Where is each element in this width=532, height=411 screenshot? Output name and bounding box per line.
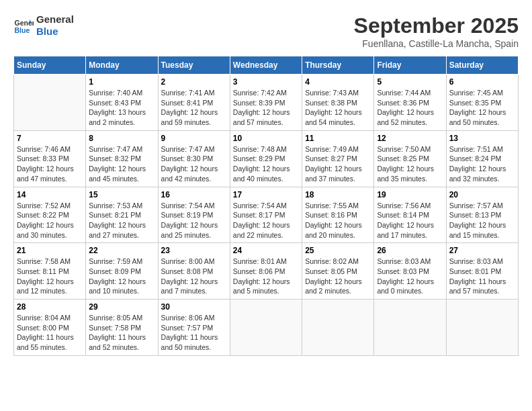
day-number: 16	[161, 190, 227, 199]
calendar-cell: 18Sunrise: 7:55 AMSunset: 8:16 PMDayligh…	[302, 187, 374, 243]
day-number: 13	[449, 134, 515, 143]
day-info: Sunrise: 7:54 AMSunset: 8:19 PMDaylight:…	[161, 201, 227, 240]
logo-general: General	[36, 13, 74, 26]
day-number: 8	[89, 134, 154, 143]
day-info: Sunrise: 7:42 AMSunset: 8:39 PMDaylight:…	[233, 88, 299, 128]
day-info: Sunrise: 7:45 AMSunset: 8:35 PMDaylight:…	[449, 88, 515, 128]
day-info: Sunrise: 8:03 AMSunset: 8:01 PMDaylight:…	[449, 257, 515, 296]
calendar-cell: 13Sunrise: 7:51 AMSunset: 8:24 PMDayligh…	[446, 130, 518, 187]
day-number: 28	[17, 302, 83, 312]
calendar-cell: 20Sunrise: 7:57 AMSunset: 8:13 PMDayligh…	[446, 187, 518, 243]
calendar-cell	[374, 300, 446, 356]
calendar-week-2: 7Sunrise: 7:46 AMSunset: 8:33 PMDaylight…	[14, 130, 519, 187]
day-info: Sunrise: 7:55 AMSunset: 8:16 PMDaylight:…	[305, 201, 371, 240]
calendar-cell: 11Sunrise: 7:49 AMSunset: 8:27 PMDayligh…	[302, 130, 374, 187]
calendar-cell: 1Sunrise: 7:40 AMSunset: 8:43 PMDaylight…	[86, 75, 158, 131]
calendar-cell: 2Sunrise: 7:41 AMSunset: 8:41 PMDaylight…	[158, 75, 230, 131]
calendar-table: SundayMondayTuesdayWednesdayThursdayFrid…	[13, 56, 519, 356]
calendar-cell: 5Sunrise: 7:44 AMSunset: 8:36 PMDaylight…	[374, 75, 446, 131]
day-number: 24	[233, 246, 299, 255]
day-number: 14	[17, 190, 83, 199]
day-info: Sunrise: 8:01 AMSunset: 8:06 PMDaylight:…	[233, 257, 299, 296]
day-number: 25	[305, 246, 371, 255]
calendar-cell: 6Sunrise: 7:45 AMSunset: 8:35 PMDaylight…	[446, 75, 518, 131]
logo-blue: Blue	[36, 26, 74, 38]
weekday-header-sunday: Sunday	[14, 56, 86, 75]
day-info: Sunrise: 8:06 AMSunset: 7:57 PMDaylight:…	[161, 313, 227, 353]
day-number: 2	[161, 77, 227, 87]
logo-icon: General Blue	[13, 15, 34, 36]
calendar-cell: 8Sunrise: 7:47 AMSunset: 8:32 PMDaylight…	[86, 130, 158, 187]
day-number: 11	[305, 134, 371, 143]
svg-text:Blue: Blue	[15, 26, 30, 34]
day-info: Sunrise: 7:51 AMSunset: 8:24 PMDaylight:…	[449, 144, 515, 184]
calendar-cell: 21Sunrise: 7:58 AMSunset: 8:11 PMDayligh…	[14, 243, 86, 300]
day-number: 1	[89, 77, 154, 87]
day-info: Sunrise: 7:59 AMSunset: 8:09 PMDaylight:…	[89, 257, 154, 296]
calendar-week-4: 21Sunrise: 7:58 AMSunset: 8:11 PMDayligh…	[14, 243, 519, 300]
calendar-week-3: 14Sunrise: 7:52 AMSunset: 8:22 PMDayligh…	[14, 187, 519, 243]
calendar-cell: 14Sunrise: 7:52 AMSunset: 8:22 PMDayligh…	[14, 187, 86, 243]
calendar-cell: 27Sunrise: 8:03 AMSunset: 8:01 PMDayligh…	[446, 243, 518, 300]
day-info: Sunrise: 7:48 AMSunset: 8:29 PMDaylight:…	[233, 144, 299, 184]
day-number: 10	[233, 134, 299, 143]
day-number: 30	[161, 302, 227, 312]
day-number: 4	[305, 77, 371, 87]
day-info: Sunrise: 8:00 AMSunset: 8:08 PMDaylight:…	[161, 257, 227, 296]
day-number: 26	[377, 246, 443, 255]
day-number: 29	[89, 302, 154, 312]
calendar-cell	[230, 300, 302, 356]
calendar-cell: 10Sunrise: 7:48 AMSunset: 8:29 PMDayligh…	[230, 130, 302, 187]
page-header: General Blue General Blue September 2025…	[13, 13, 519, 49]
calendar-cell: 17Sunrise: 7:54 AMSunset: 8:17 PMDayligh…	[230, 187, 302, 243]
day-number: 15	[89, 190, 154, 199]
calendar-cell: 4Sunrise: 7:43 AMSunset: 8:38 PMDaylight…	[302, 75, 374, 131]
day-info: Sunrise: 8:04 AMSunset: 8:00 PMDaylight:…	[17, 313, 83, 353]
calendar-cell: 16Sunrise: 7:54 AMSunset: 8:19 PMDayligh…	[158, 187, 230, 243]
calendar-cell: 22Sunrise: 7:59 AMSunset: 8:09 PMDayligh…	[86, 243, 158, 300]
day-number: 7	[17, 134, 83, 143]
day-info: Sunrise: 7:41 AMSunset: 8:41 PMDaylight:…	[161, 88, 227, 128]
day-number: 18	[305, 190, 371, 199]
calendar-body: 1Sunrise: 7:40 AMSunset: 8:43 PMDaylight…	[14, 75, 519, 356]
calendar-cell	[446, 300, 518, 356]
calendar-cell	[302, 300, 374, 356]
day-info: Sunrise: 7:50 AMSunset: 8:25 PMDaylight:…	[377, 144, 443, 184]
location-subtitle: Fuenllana, Castille-La Mancha, Spain	[354, 38, 519, 49]
weekday-header-tuesday: Tuesday	[158, 56, 230, 75]
day-info: Sunrise: 7:47 AMSunset: 8:30 PMDaylight:…	[161, 144, 227, 184]
title-block: September 2025 Fuenllana, Castille-La Ma…	[354, 13, 519, 49]
calendar-cell: 9Sunrise: 7:47 AMSunset: 8:30 PMDaylight…	[158, 130, 230, 187]
day-number: 22	[89, 246, 154, 255]
calendar-cell: 12Sunrise: 7:50 AMSunset: 8:25 PMDayligh…	[374, 130, 446, 187]
month-title: September 2025	[354, 13, 519, 38]
day-info: Sunrise: 8:05 AMSunset: 7:58 PMDaylight:…	[89, 313, 154, 353]
day-info: Sunrise: 7:54 AMSunset: 8:17 PMDaylight:…	[233, 201, 299, 240]
day-number: 12	[377, 134, 443, 143]
calendar-cell: 30Sunrise: 8:06 AMSunset: 7:57 PMDayligh…	[158, 300, 230, 356]
calendar-cell: 15Sunrise: 7:53 AMSunset: 8:21 PMDayligh…	[86, 187, 158, 243]
day-number: 19	[377, 190, 443, 199]
weekday-header-wednesday: Wednesday	[230, 56, 302, 75]
day-info: Sunrise: 7:40 AMSunset: 8:43 PMDaylight:…	[89, 88, 154, 128]
day-number: 21	[17, 246, 83, 255]
day-info: Sunrise: 7:57 AMSunset: 8:13 PMDaylight:…	[449, 201, 515, 240]
day-info: Sunrise: 7:46 AMSunset: 8:33 PMDaylight:…	[17, 144, 83, 184]
day-number: 9	[161, 134, 227, 143]
calendar-cell: 25Sunrise: 8:02 AMSunset: 8:05 PMDayligh…	[302, 243, 374, 300]
calendar-cell: 29Sunrise: 8:05 AMSunset: 7:58 PMDayligh…	[86, 300, 158, 356]
day-info: Sunrise: 7:49 AMSunset: 8:27 PMDaylight:…	[305, 144, 371, 184]
day-number: 23	[161, 246, 227, 255]
calendar-cell	[14, 75, 86, 131]
day-number: 5	[377, 77, 443, 87]
weekday-header-thursday: Thursday	[302, 56, 374, 75]
calendar-cell: 26Sunrise: 8:03 AMSunset: 8:03 PMDayligh…	[374, 243, 446, 300]
calendar-cell: 19Sunrise: 7:56 AMSunset: 8:14 PMDayligh…	[374, 187, 446, 243]
weekday-header-monday: Monday	[86, 56, 158, 75]
day-info: Sunrise: 7:47 AMSunset: 8:32 PMDaylight:…	[89, 144, 154, 184]
weekday-header-friday: Friday	[374, 56, 446, 75]
calendar-cell: 28Sunrise: 8:04 AMSunset: 8:00 PMDayligh…	[14, 300, 86, 356]
calendar-cell: 3Sunrise: 7:42 AMSunset: 8:39 PMDaylight…	[230, 75, 302, 131]
day-info: Sunrise: 7:53 AMSunset: 8:21 PMDaylight:…	[89, 201, 154, 240]
day-info: Sunrise: 8:02 AMSunset: 8:05 PMDaylight:…	[305, 257, 371, 296]
